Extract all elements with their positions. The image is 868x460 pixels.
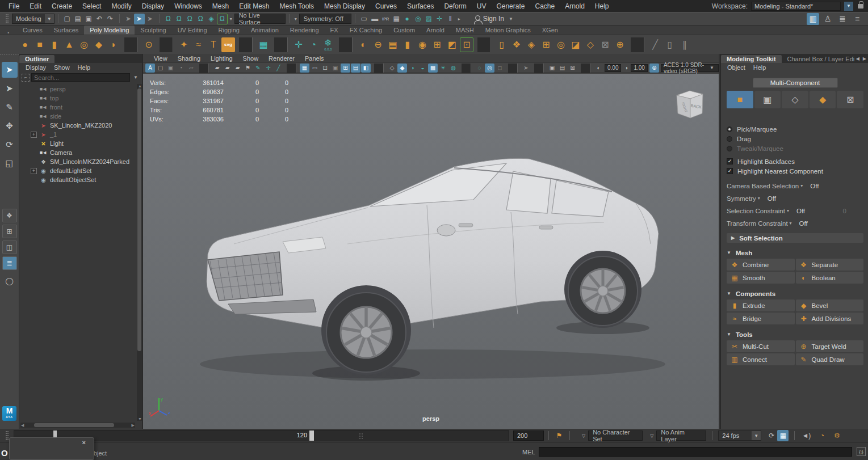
checkbox-option[interactable]: ✓ Highlight Nearest Component: [727, 167, 863, 175]
mel-label[interactable]: MEL: [522, 449, 535, 455]
project-curve-icon[interactable]: ◪: [569, 37, 582, 52]
wrap-icon[interactable]: ◉: [416, 37, 429, 52]
chevron-right-icon[interactable]: ▸: [458, 16, 460, 22]
menu-item[interactable]: Mesh Tools: [275, 1, 319, 11]
move-tool-icon[interactable]: ✥: [2, 118, 18, 134]
sign-in-button[interactable]: Sign In ▼: [472, 14, 518, 24]
time-marker[interactable]: [53, 431, 57, 437]
mel-input[interactable]: [539, 447, 852, 457]
end-frame-field[interactable]: 200: [513, 431, 544, 441]
viewport-menu-item[interactable]: Renderer: [263, 55, 300, 62]
menu-item[interactable]: Windows: [169, 1, 207, 11]
lasso-select-tool-icon[interactable]: ➤: [2, 81, 18, 96]
workspace-dropdown[interactable]: Modeling - Standard*: [751, 2, 841, 11]
circularize-icon[interactable]: ◎: [554, 37, 568, 52]
bridge-button[interactable]: ≈ Bridge: [727, 313, 795, 324]
snapshot-icon[interactable]: ⊠: [568, 64, 577, 73]
shelf-tab[interactable]: UV Editing: [172, 26, 213, 35]
shelf-tab[interactable]: Poly Modeling: [84, 26, 135, 35]
ambient-occlusion-icon[interactable]: ☀: [438, 64, 448, 73]
horizontal-scrollbar[interactable]: ◀▶: [20, 423, 135, 428]
bridge-shelf-icon[interactable]: ◈: [525, 37, 538, 52]
search-input[interactable]: [31, 73, 130, 82]
textured-icon[interactable]: ◑: [408, 64, 417, 73]
sync-icon[interactable]: ◔: [816, 430, 828, 441]
target-weld-button[interactable]: ⊕ Target Weld: [796, 340, 864, 352]
dropdown-row[interactable]: Symmetry ▾ Off: [727, 194, 863, 202]
smooth-button[interactable]: ▦ Smooth: [727, 272, 795, 284]
menu-item[interactable]: Select: [77, 1, 106, 11]
hypershade-icon[interactable]: ◎: [413, 14, 423, 24]
bevel-button[interactable]: ◆ Bevel: [796, 299, 864, 311]
shelf-menu-icon[interactable]: ▪: [8, 30, 10, 35]
menu-item[interactable]: Deform: [439, 1, 471, 11]
outliner-item[interactable]: ➤ SK_Lincoln_MKZ2020: [19, 121, 142, 130]
reset-transform-icon[interactable]: ◔: [307, 37, 320, 52]
outliner-persp-layout-button[interactable]: ≣: [2, 256, 17, 270]
components-section-header[interactable]: ▼ Components: [727, 289, 863, 298]
image-plane-icon[interactable]: ▱: [186, 64, 196, 73]
two-panes-layout-button[interactable]: ◫: [2, 240, 17, 254]
scale-tool-icon[interactable]: ◱: [2, 155, 18, 171]
svg-tool-icon[interactable]: svg: [221, 37, 235, 52]
poly-torus-icon[interactable]: ◎: [77, 37, 91, 52]
render-settings-icon[interactable]: ▦: [391, 14, 402, 24]
fps-dropdown[interactable]: 24 fps▼: [718, 431, 761, 441]
bevel-shelf-icon[interactable]: ❖: [510, 37, 523, 52]
menu-item[interactable]: Surfaces: [402, 1, 439, 11]
tools-section-header[interactable]: ▼ Tools: [727, 330, 863, 339]
object-details-icon[interactable]: ➤: [521, 64, 531, 73]
select-object-icon[interactable]: ➤: [134, 14, 145, 24]
shelf-tab[interactable]: XGen: [536, 26, 564, 35]
chevron-down-icon[interactable]: ▼: [844, 2, 853, 11]
menu-item[interactable]: File: [3, 1, 24, 11]
outliner-item[interactable]: ■◄ front: [19, 103, 142, 112]
light-editor-icon[interactable]: ✛: [434, 14, 445, 24]
prev-view-icon[interactable]: ▰: [212, 64, 222, 73]
mesh-section-header[interactable]: ▼ Mesh: [727, 248, 863, 257]
viewport-menu-item[interactable]: Lighting: [206, 55, 238, 62]
resolution-gate-icon[interactable]: ⊡: [320, 64, 330, 73]
menu-item[interactable]: UV: [472, 1, 492, 11]
offset-edge-loop-icon[interactable]: ▯: [663, 37, 677, 52]
smooth-shelf-icon[interactable]: ⊕: [613, 37, 627, 52]
shelf-tab[interactable]: Custom: [388, 26, 421, 35]
snap-projected-center-icon[interactable]: Ω: [195, 14, 206, 24]
mirror-icon[interactable]: ◐: [357, 37, 370, 52]
type-tool-icon[interactable]: T: [207, 37, 220, 52]
drag-grip[interactable]: [6, 14, 9, 23]
toolkit-menu-item[interactable]: Help: [749, 64, 770, 71]
multi-cut-button[interactable]: ✂ Multi-Cut: [727, 340, 795, 352]
redo-icon[interactable]: ↷: [105, 14, 116, 24]
menu-item[interactable]: Generate: [491, 1, 530, 11]
viewport-canvas[interactable]: Verts: 361014 0 0 Edges: 690637 0 0: [143, 74, 719, 429]
safe-title-icon[interactable]: ◧: [361, 64, 371, 73]
safe-action-icon[interactable]: ▤: [351, 64, 360, 73]
multi-component-button[interactable]: Multi-Component: [753, 78, 838, 88]
exposure-field[interactable]: 0.00: [605, 64, 621, 72]
multi-cut-shelf-icon[interactable]: ∥: [678, 37, 691, 52]
texture-baking-icon[interactable]: ▨: [423, 14, 434, 24]
shaded-icon[interactable]: ◆: [397, 64, 407, 73]
pan-zoom-icon[interactable]: ✛: [263, 64, 273, 73]
snap-curve-icon[interactable]: Ω: [174, 14, 184, 24]
viewport-menu-item[interactable]: Panels: [300, 55, 329, 62]
snap-to-origin-icon[interactable]: ❄0,0,0: [321, 37, 335, 52]
shelf-tab[interactable]: Motion Graphics: [480, 26, 536, 35]
modeling-toolkit-shelf-icon[interactable]: ▦: [257, 37, 270, 52]
xray-icon[interactable]: ◌: [475, 64, 484, 73]
scrollbar-thumb[interactable]: [34, 423, 114, 427]
gamma-icon[interactable]: ◑: [621, 64, 631, 73]
camera-settings-icon[interactable]: ▰: [233, 64, 242, 73]
shelf-tab[interactable]: Curves: [17, 26, 48, 35]
outliner-menu-item[interactable]: Help: [74, 64, 95, 71]
color-management-icon[interactable]: ⊜: [649, 64, 659, 73]
radio-option[interactable]: Pick/Marquee: [727, 125, 863, 133]
extrude-shelf-icon[interactable]: ▯: [495, 37, 509, 52]
expand-toggle[interactable]: +: [31, 168, 37, 174]
viewport-menu-item[interactable]: Shading: [173, 55, 206, 62]
menu-item[interactable]: Help: [590, 1, 614, 11]
menu-item[interactable]: Cache: [530, 1, 560, 11]
outliner-menu-item[interactable]: Display: [22, 64, 50, 71]
bookmark-icon[interactable]: ⚑: [553, 430, 565, 441]
